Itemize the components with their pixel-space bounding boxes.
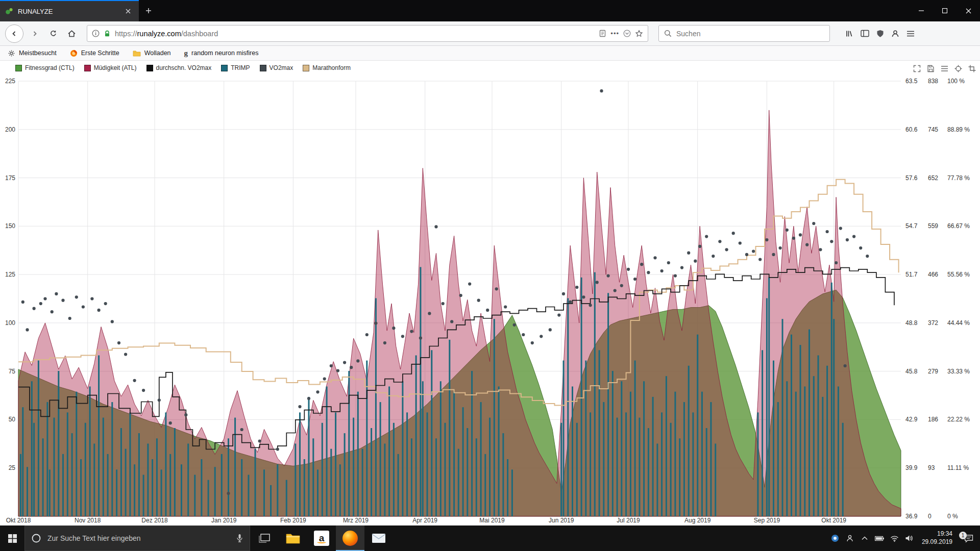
navigation-toolbar: https://runalyze.com/dashboard ••• Suche…: [0, 21, 980, 46]
file-explorer-button[interactable]: [279, 525, 307, 551]
svg-text:55.56 %: 55.56 %: [947, 271, 970, 278]
legend-item[interactable]: TRIMP: [221, 64, 250, 71]
volume-icon[interactable]: [902, 525, 917, 551]
maximize-button[interactable]: [933, 0, 957, 21]
bookmark-label: Erste Schritte: [81, 49, 119, 57]
legend-item[interactable]: VO2max: [260, 64, 293, 71]
back-button[interactable]: [5, 24, 23, 43]
bookmark-label: random neuron misfires: [191, 49, 258, 57]
folder-icon: [133, 50, 141, 57]
svg-text:Apr 2019: Apr 2019: [412, 517, 437, 524]
svg-text:279: 279: [928, 368, 938, 375]
svg-text:150: 150: [5, 222, 15, 230]
minimize-button[interactable]: [910, 0, 933, 21]
svg-text:44.44 %: 44.44 %: [947, 319, 970, 327]
gear-icon: [8, 49, 15, 57]
lock-icon[interactable]: [104, 30, 111, 37]
svg-text:175: 175: [5, 174, 15, 182]
mail-button[interactable]: [364, 525, 393, 551]
svg-text:100: 100: [5, 319, 15, 327]
url-scheme: https://: [115, 30, 137, 38]
svg-text:Jan 2019: Jan 2019: [211, 517, 237, 524]
svg-text:559: 559: [928, 222, 938, 230]
svg-text:Okt 2018: Okt 2018: [6, 517, 31, 524]
sidebar-icon[interactable]: [861, 30, 869, 37]
svg-text:54.7: 54.7: [905, 222, 918, 230]
legend-swatch: [260, 65, 266, 71]
taskbar-time: 19:34: [922, 530, 952, 538]
start-button[interactable]: [0, 525, 24, 551]
page-info-icon[interactable]: [92, 30, 100, 37]
svg-text:Okt 2019: Okt 2019: [821, 517, 846, 524]
url-bar[interactable]: https://runalyze.com/dashboard •••: [87, 25, 648, 42]
shield-icon[interactable]: [876, 30, 884, 38]
bookmark-item[interactable]: Erste Schritte: [70, 49, 119, 57]
legend-swatch: [303, 65, 309, 71]
legend-item[interactable]: durchschn. VO2max: [146, 64, 212, 71]
svg-text:48.8: 48.8: [905, 319, 918, 327]
list-icon[interactable]: [940, 64, 949, 73]
bookmark-item[interactable]: g random neuron misfires: [184, 49, 259, 58]
new-tab-button[interactable]: [139, 0, 158, 21]
export-icon[interactable]: [926, 64, 935, 73]
tab-close-icon[interactable]: [122, 6, 134, 17]
svg-text:63.5: 63.5: [905, 78, 918, 85]
close-button[interactable]: [957, 0, 980, 21]
network-icon[interactable]: [887, 525, 902, 551]
legend-item[interactable]: Müdigkeit (ATL): [84, 64, 137, 71]
windows-taskbar: Zur Suche Text hier eingeben a: [0, 525, 980, 551]
fullscreen-icon[interactable]: [912, 64, 921, 73]
chevron-up-icon[interactable]: [857, 525, 872, 551]
home-button[interactable]: [63, 26, 80, 42]
bookmarks-toolbar: Meistbesucht Erste Schritte Wolladen g r…: [0, 46, 980, 61]
reload-button[interactable]: [45, 26, 61, 42]
svg-text:93: 93: [928, 464, 935, 471]
svg-text:Jul 2019: Jul 2019: [617, 517, 640, 524]
runalyze-favicon-icon: [5, 7, 13, 15]
svg-text:652: 652: [928, 174, 938, 182]
bookmark-item[interactable]: Wolladen: [133, 49, 171, 57]
dashboard-chart[interactable]: 22520017515012510075502563.560.657.654.7…: [0, 61, 980, 525]
svg-text:45.8: 45.8: [905, 368, 918, 375]
taskbar-clock[interactable]: 19:34 29.09.2019: [917, 530, 958, 546]
taskbar-date: 29.09.2019: [922, 538, 952, 546]
svg-text:42.9: 42.9: [905, 416, 918, 423]
chart-toolbar: [912, 64, 976, 73]
chart-legend: Fitnessgrad (CTL)Müdigkeit (ATL)durchsch…: [15, 64, 351, 71]
crop-icon[interactable]: [967, 64, 976, 73]
action-center-button[interactable]: 1: [958, 534, 980, 543]
legend-item[interactable]: Marathonform: [303, 64, 351, 71]
search-bar[interactable]: Suchen: [658, 25, 830, 42]
legend-label: Marathonform: [312, 64, 351, 71]
reader-mode-icon[interactable]: [599, 30, 606, 37]
amazon-button[interactable]: a: [307, 525, 336, 551]
legend-item[interactable]: Fitnessgrad (CTL): [15, 64, 75, 71]
svg-text:11.11 %: 11.11 %: [947, 464, 969, 471]
menu-icon[interactable]: [906, 30, 915, 37]
pocket-icon[interactable]: [623, 30, 631, 37]
firefox-icon: [342, 531, 358, 546]
task-view-button[interactable]: [250, 525, 279, 551]
microphone-icon[interactable]: [236, 534, 243, 543]
svg-text:0 %: 0 %: [947, 513, 958, 520]
svg-text:Nov 2018: Nov 2018: [75, 517, 101, 524]
cortana-icon: [31, 533, 41, 543]
forward-button[interactable]: [27, 26, 43, 42]
browser-tab[interactable]: RUNALYZE: [0, 0, 139, 21]
tray-app-icon[interactable]: [828, 525, 843, 551]
g-favicon-icon: g: [184, 49, 188, 58]
account-icon[interactable]: [891, 30, 899, 38]
battery-icon[interactable]: [872, 525, 887, 551]
library-icon[interactable]: [845, 30, 853, 38]
svg-text:75: 75: [9, 368, 16, 375]
crosshair-icon[interactable]: [953, 64, 963, 73]
firefox-button[interactable]: [336, 525, 364, 551]
legend-swatch: [221, 65, 228, 71]
bookmark-item[interactable]: Meistbesucht: [8, 49, 57, 57]
bookmark-star-icon[interactable]: [635, 30, 643, 38]
taskbar-search-placeholder: Zur Suche Text hier eingeben: [47, 534, 230, 542]
svg-text:838: 838: [928, 78, 938, 85]
people-icon[interactable]: [843, 525, 857, 551]
page-actions-icon[interactable]: •••: [610, 30, 619, 37]
taskbar-search[interactable]: Zur Suche Text hier eingeben: [24, 525, 250, 551]
